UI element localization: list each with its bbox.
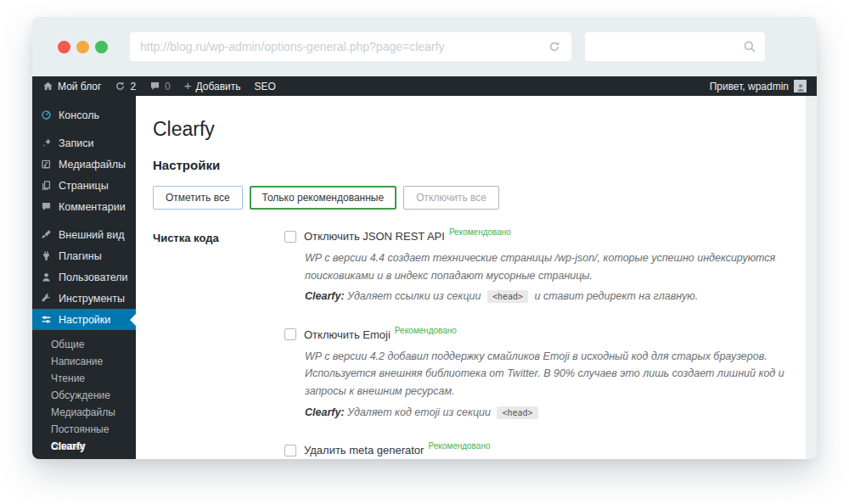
comment-icon <box>149 81 160 92</box>
admin-bar-updates[interactable]: 2 <box>115 81 136 92</box>
checkbox[interactable] <box>284 328 296 340</box>
pages-icon <box>41 180 52 191</box>
admin-sidebar: Консоль Записи Медиафайлы Страницы Комме… <box>32 96 136 459</box>
admin-bar-account[interactable]: Привет, wpadmin <box>710 80 807 92</box>
add-label: Добавить <box>196 81 241 92</box>
sidebar-item-label: Внешний вид <box>59 229 124 241</box>
sidebar-item-label: Консоль <box>59 109 99 121</box>
greeting-text: Привет, wpadmin <box>710 81 789 92</box>
browser-window: http://blog.ru/wp-admin/options-general.… <box>32 17 817 459</box>
content-right-gutter <box>806 96 817 459</box>
clearfy-note-text: Удаляет код emoji из секции <box>347 406 491 418</box>
seo-label: SEO <box>255 81 276 92</box>
sidebar-item-label: Медиафайлы <box>59 159 126 171</box>
sidebar-item-pages[interactable]: Страницы <box>32 175 136 196</box>
sidebar-item-label: Инструменты <box>59 293 125 305</box>
recommended-badge: Рекомендовано <box>428 441 490 451</box>
sidebar-item-comments[interactable]: Комментарии <box>32 196 136 217</box>
browser-chrome: http://blog.ru/wp-admin/options-general.… <box>32 17 817 76</box>
sidebar-item-label: Пользователи <box>59 272 128 283</box>
comments-count: 0 <box>165 81 171 92</box>
window-controls <box>58 41 108 53</box>
updates-icon <box>115 81 126 92</box>
sliders-icon <box>41 314 52 325</box>
recommended-badge: Рекомендовано <box>395 326 457 335</box>
dashboard-icon <box>41 109 52 120</box>
user-icon <box>41 272 52 283</box>
search-icon <box>743 40 756 53</box>
sidebar-item-users[interactable]: Пользователи <box>32 266 136 288</box>
setting-meta-generator: Удалить meta generator Рекомендовано Поз… <box>284 444 800 459</box>
checkbox[interactable] <box>284 231 296 243</box>
clearfy-note-text: Удаляет ссылки из секции <box>347 290 481 302</box>
setting-label: Удалить meta generator <box>304 444 424 456</box>
submenu-item-permalinks[interactable]: Постоянные ссылки <box>32 421 136 438</box>
section-title: Настройки <box>153 158 800 172</box>
brush-icon <box>41 229 52 240</box>
search-input[interactable] <box>585 32 765 61</box>
clearfy-note-prefix: Clearfy: <box>305 290 345 302</box>
plus-icon: + <box>184 79 192 92</box>
checkbox[interactable] <box>284 445 296 456</box>
wp-admin-bar: Мой блог 2 0 + Добавить SEO Привет, wpad… <box>32 76 817 96</box>
close-window-button[interactable] <box>58 41 70 53</box>
setting-label: Отключить Emoji <box>304 328 391 341</box>
bulk-actions: Отметить все Только рекомендованные Откл… <box>153 186 800 210</box>
maximize-window-button[interactable] <box>95 41 108 53</box>
submenu-item-clearfy[interactable]: Clearfy <box>32 438 136 455</box>
sidebar-item-plugins[interactable]: Плагины <box>32 245 136 266</box>
plug-icon <box>41 250 52 261</box>
submenu-item-discussion[interactable]: Обсуждение <box>32 387 136 404</box>
submenu-item-general[interactable]: Общие <box>32 336 136 353</box>
submenu-item-media[interactable]: Медиафайлы <box>32 404 136 421</box>
minimize-window-button[interactable] <box>76 41 89 53</box>
settings-submenu: Общие Написание Чтение Обсуждение Медиаф… <box>32 330 136 455</box>
setting-json-rest-api: Отключить JSON REST API Рекомендовано WP… <box>284 230 800 306</box>
setting-description: WP с версии 4.4 создает технические стра… <box>305 249 800 284</box>
clearfy-note-prefix: Clearfy: <box>305 406 345 418</box>
head-tag-chip: <head> <box>487 290 528 303</box>
sidebar-item-settings[interactable]: Настройки <box>32 309 136 330</box>
main-content: Clearfy Настройки Отметить все Только ре… <box>136 96 817 459</box>
sidebar-item-label: Комментарии <box>59 201 126 213</box>
media-icon <box>41 159 52 170</box>
clearfy-note: Clearfy: Удаляет код emoji из секции <he… <box>305 403 800 423</box>
sidebar-item-appearance[interactable]: Внешний вид <box>32 224 136 245</box>
admin-bar-new[interactable]: + Добавить <box>184 80 241 92</box>
select-all-button[interactable]: Отметить все <box>153 186 243 210</box>
page-title: Clearfy <box>153 118 800 141</box>
sidebar-item-posts[interactable]: Записи <box>32 132 136 154</box>
setting-emoji: Отключить Emoji Рекомендовано WP с верси… <box>284 328 800 422</box>
avatar <box>794 80 807 92</box>
address-bar[interactable]: http://blog.ru/wp-admin/options-general.… <box>130 32 571 61</box>
setting-checkbox-row[interactable]: Отключить JSON REST API Рекомендовано <box>284 230 800 243</box>
submenu-item-reading[interactable]: Чтение <box>32 370 136 387</box>
sidebar-item-dashboard[interactable]: Консоль <box>32 104 136 126</box>
admin-bar-comments[interactable]: 0 <box>149 81 171 92</box>
site-name: Мой блог <box>58 81 101 92</box>
head-tag-chip: <head> <box>497 406 537 419</box>
comment-icon <box>41 201 52 212</box>
setting-checkbox-row[interactable]: Удалить meta generator Рекомендовано <box>284 444 800 456</box>
user-icon <box>796 82 806 92</box>
url-text: http://blog.ru/wp-admin/options-general.… <box>140 40 548 53</box>
sidebar-item-label: Настройки <box>59 314 110 326</box>
setting-label: Отключить JSON REST API <box>304 230 445 243</box>
clearfy-note: Clearfy: Удаляет ссылки из секции <head>… <box>305 287 800 306</box>
submenu-item-writing[interactable]: Написание <box>32 353 136 370</box>
sidebar-item-tools[interactable]: Инструменты <box>32 288 136 309</box>
only-recommended-button[interactable]: Только рекомендованные <box>250 186 397 210</box>
sidebar-item-label: Плагины <box>59 250 102 262</box>
recommended-badge: Рекомендовано <box>449 227 511 237</box>
disable-all-button[interactable]: Отключить все <box>403 186 499 210</box>
code-cleanup-section: Чистка кода Отключить JSON REST API Реко… <box>153 230 800 459</box>
sidebar-item-label: Записи <box>59 137 94 149</box>
admin-bar-seo[interactable]: SEO <box>255 81 276 92</box>
admin-bar-site[interactable]: Мой блог <box>42 81 101 92</box>
pin-icon <box>41 137 52 148</box>
home-icon <box>42 81 53 92</box>
setting-checkbox-row[interactable]: Отключить Emoji Рекомендовано <box>284 328 800 341</box>
clearfy-note-suffix: и ставит редирект на главную. <box>535 290 699 302</box>
refresh-icon[interactable] <box>548 40 561 53</box>
sidebar-item-media[interactable]: Медиафайлы <box>32 154 136 175</box>
